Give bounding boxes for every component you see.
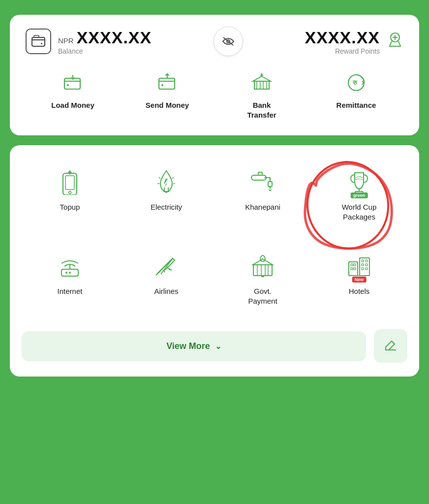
internet-icon xyxy=(58,253,82,281)
load-money-action[interactable]: Load Money xyxy=(43,70,102,110)
svg-rect-37 xyxy=(351,264,353,266)
svg-rect-22 xyxy=(268,182,272,187)
svg-rect-42 xyxy=(362,260,364,262)
svg-point-8 xyxy=(161,84,163,86)
khanepani-service[interactable]: Khanepani xyxy=(214,161,311,229)
edit-icon xyxy=(384,339,398,353)
svg-rect-0 xyxy=(32,37,45,46)
balance-card: NPR XXXX.XX Balance XXXX.XX Reward Point… xyxy=(10,15,419,135)
airlines-icon xyxy=(154,253,179,281)
services-card: Topup Electricity xyxy=(10,145,419,377)
svg-point-13 xyxy=(69,191,71,194)
svg-point-27 xyxy=(65,272,67,274)
topup-icon xyxy=(59,169,81,196)
bottom-actions: View More ⌄ xyxy=(22,329,407,363)
remittance-label: Remittance xyxy=(337,100,376,110)
svg-rect-23 xyxy=(258,172,262,175)
svg-rect-12 xyxy=(65,176,74,189)
hotels-service[interactable]: New Hotels xyxy=(311,245,407,314)
svg-rect-47 xyxy=(366,268,368,270)
reward-icon xyxy=(387,32,403,52)
bank-transfer-label: BankTransfer xyxy=(247,100,276,120)
world-cup-new-badge: green xyxy=(351,192,368,198)
hotels-label: Hotels xyxy=(349,286,370,296)
remittance-icon: रु xyxy=(345,70,368,95)
airlines-service[interactable]: Airlines xyxy=(118,245,214,314)
balance-row: NPR XXXX.XX Balance XXXX.XX Reward Point… xyxy=(26,27,403,56)
hotels-new-badge: New xyxy=(352,277,367,283)
hotels-icon: New xyxy=(347,253,371,281)
svg-rect-5 xyxy=(64,78,80,89)
services-grid-row2: Internet Airlines xyxy=(22,245,407,314)
view-more-button[interactable]: View More ⌄ xyxy=(22,331,366,361)
svg-rect-11 xyxy=(63,173,77,195)
svg-text:रु: रु xyxy=(352,79,358,87)
svg-point-28 xyxy=(69,272,71,274)
electricity-label: Electricity xyxy=(151,202,182,212)
govt-payment-icon xyxy=(250,253,275,281)
currency-label: NPR XXXX.XX xyxy=(58,28,152,47)
world-cup-label: World CupPackages xyxy=(342,202,377,221)
electricity-service[interactable]: Electricity xyxy=(118,161,214,229)
svg-rect-43 xyxy=(366,260,368,262)
balance-info: NPR XXXX.XX Balance xyxy=(58,28,152,55)
action-row: Load Money Send Money xyxy=(26,70,403,120)
remittance-action[interactable]: रु Remittance xyxy=(327,70,386,110)
svg-line-30 xyxy=(156,269,162,275)
svg-rect-46 xyxy=(362,268,364,270)
khanepani-label: Khanepani xyxy=(245,202,280,212)
topup-label: Topup xyxy=(60,202,80,212)
svg-rect-44 xyxy=(362,264,364,266)
svg-rect-40 xyxy=(354,268,356,270)
svg-rect-41 xyxy=(360,258,369,276)
svg-line-19 xyxy=(159,177,160,179)
balance-amount: XXXX.XX xyxy=(77,28,152,47)
load-money-label: Load Money xyxy=(51,100,94,110)
services-grid-row1: Topup Electricity xyxy=(22,161,407,229)
reward-section: XXXX.XX Reward Points xyxy=(305,28,403,55)
svg-rect-39 xyxy=(351,268,353,270)
internet-service[interactable]: Internet xyxy=(22,245,118,314)
svg-rect-21 xyxy=(251,175,266,180)
internet-label: Internet xyxy=(58,286,83,296)
load-money-icon xyxy=(61,70,84,95)
reward-amount: XXXX.XX xyxy=(305,28,380,47)
view-more-label: View More xyxy=(166,341,210,351)
chevron-down-icon: ⌄ xyxy=(215,342,221,351)
svg-rect-31 xyxy=(253,265,272,276)
topup-service[interactable]: Topup xyxy=(22,161,118,229)
send-money-label: Send Money xyxy=(146,100,189,110)
edit-button[interactable] xyxy=(374,329,407,363)
airlines-label: Airlines xyxy=(154,286,178,296)
wallet-icon xyxy=(26,29,51,54)
reward-label: Reward Points xyxy=(305,47,380,55)
send-money-icon xyxy=(156,70,179,95)
balance-label: Balance xyxy=(58,47,152,55)
svg-rect-38 xyxy=(354,264,356,266)
world-cup-service[interactable]: green World CupPackages xyxy=(311,161,407,229)
svg-rect-1 xyxy=(34,35,39,37)
svg-rect-45 xyxy=(366,264,368,266)
govt-payment-label: Govt.Payment xyxy=(248,286,277,306)
balance-left: NPR XXXX.XX Balance xyxy=(26,28,152,55)
svg-rect-36 xyxy=(349,262,358,276)
svg-rect-7 xyxy=(159,78,175,89)
eye-toggle-button[interactable] xyxy=(214,27,243,56)
svg-point-6 xyxy=(67,84,69,86)
electricity-icon xyxy=(155,169,177,196)
govt-payment-service[interactable]: Govt.Payment xyxy=(214,245,311,314)
svg-line-20 xyxy=(172,177,174,179)
reward-info: XXXX.XX Reward Points xyxy=(305,28,380,55)
bank-transfer-icon xyxy=(250,70,273,95)
bank-transfer-action[interactable]: BankTransfer xyxy=(232,70,291,120)
world-cup-icon: green xyxy=(348,169,370,196)
khanepani-icon xyxy=(250,169,275,196)
send-money-action[interactable]: Send Money xyxy=(138,70,197,110)
